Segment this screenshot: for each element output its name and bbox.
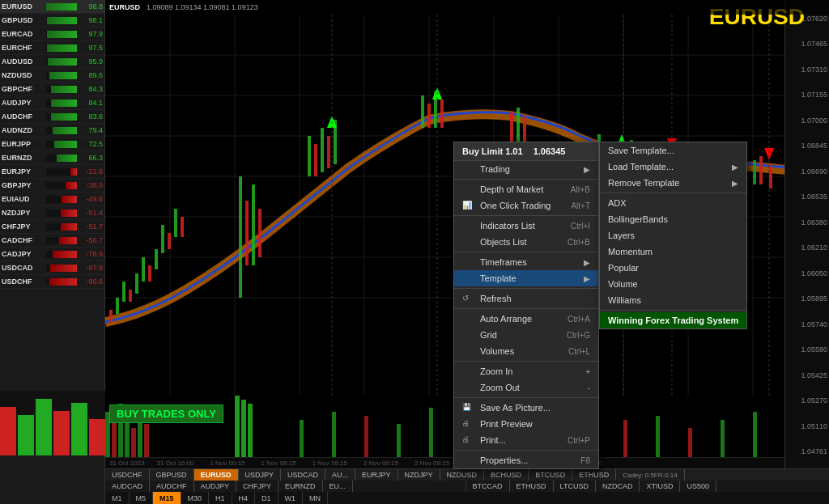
tf-m15[interactable]: M15 [153,492,181,504]
tab2-audchf[interactable]: AUDCHF [150,481,194,492]
pair-row-euiaud[interactable]: EUIAUD-49.6 [0,193,104,206]
menu-item-save-picture[interactable]: 💾 Save As Picture... [454,400,598,416]
zoom-out-icon [462,383,475,392]
pair-row-eurchf[interactable]: EURCHF97.5 [0,41,104,55]
submenu-arrow-icon: ▶ [584,258,590,267]
menu-item-indicators[interactable]: Indicators List Ctrl+I [454,218,598,234]
tab-gbpusd[interactable]: GBPUSD [150,469,194,481]
pair-row-nzdjpy[interactable]: NZDJPY-51.4 [0,206,104,220]
pair-row-audjpy[interactable]: AUDJPY84.1 [0,96,104,110]
pair-row-eurcad[interactable]: EURCAD97.9 [0,28,104,41]
menu-item-auto-arrange[interactable]: Auto Arrange Ctrl+A [454,311,598,327]
tab-usdcad[interactable]: USDCAD [281,469,325,481]
pair-name: USDCHF [2,277,46,286]
tab-au[interactable]: AU... [325,469,355,481]
submenu-williams[interactable]: Williams [600,292,746,308]
pair-row-eurusd[interactable]: EURUSD98.8 [0,0,104,14]
tab-bchusd[interactable]: BCHUSD [484,469,529,481]
menu-item-print[interactable]: 🖨 Print... Ctrl+P [454,432,598,448]
submenu-load-template[interactable]: Load Template... ▶ [600,159,746,175]
pair-row-gbpusd[interactable]: GBPUSD98.1 [0,14,104,28]
tab-nzdusd[interactable]: NZDUSD [440,469,485,481]
submenu-adx[interactable]: ADX [600,195,746,211]
submenu-volume[interactable]: Volume [600,276,746,292]
tab-eurusd[interactable]: EURUSD [194,469,239,481]
pair-bar [47,31,77,38]
pair-bar-container [46,44,77,52]
tab2-ltcusd[interactable]: LTCUSD [554,481,596,492]
tf-mn[interactable]: MN [303,492,328,504]
submenu-momentum[interactable]: Momentum [600,244,746,260]
pair-name: USDCAD [2,264,46,272]
tf-m1[interactable]: M1 [105,492,130,504]
menu-item-grid[interactable]: Grid Ctrl+G [454,327,598,343]
submenu-bollinger[interactable]: BollingerBands [600,211,746,227]
pair-name: AUDNZD [2,126,46,134]
menu-item-depth[interactable]: Depth of Market Alt+B [454,181,598,197]
pair-row-cadjpy[interactable]: CADJPY-78.9 [0,248,104,261]
menu-item-zoom-in[interactable]: Zoom In + [454,363,598,379]
submenu-item-label: BollingerBands [608,214,668,224]
datetime-label: 2 Nov 08:15 [406,460,457,467]
pair-row-eurjpy[interactable]: EURJPY-21.6 [0,165,104,179]
pair-row-gbpjpy[interactable]: GBPJPY-38.0 [0,179,104,193]
submenu-layers[interactable]: Layers [600,227,746,244]
tab-ethusd[interactable]: ETHUSD [572,469,616,481]
tab2-audcad[interactable]: AUDCAD [105,481,150,492]
tab2-chfjpy[interactable]: CHFJPY [236,481,278,492]
menu-item-objects[interactable]: Objects List Ctrl+B [454,234,598,250]
tab-nzdjpy[interactable]: NZDJPY [398,469,440,481]
tf-h1[interactable]: H1 [209,492,232,504]
tab-eurjpy[interactable]: EURJPY [355,469,398,481]
tab2-ethusd[interactable]: ETHUSD [510,481,554,492]
price-label: 1.07310 [787,66,827,74]
pair-row-eurnzd[interactable]: EURNZD66.3 [0,151,104,165]
price-label: 1.07465 [787,40,827,48]
pair-row-eurjpp[interactable]: EURJPP72.5 [0,138,104,151]
submenu-popular[interactable]: Popular [600,260,746,276]
pair-row-chfjpy[interactable]: CHFJPY-51.7 [0,220,104,234]
menu-item-volumes[interactable]: Volumes Ctrl+L [454,343,598,359]
menu-item-oneclick[interactable]: 📊 One Click Trading Alt+T [454,197,598,214]
pair-row-gbpchf[interactable]: GBPCHF84.3 [0,83,104,96]
pair-row-cadchf[interactable]: CADCHF-56.7 [0,234,104,248]
tab2-audjpy[interactable]: AUDJPY [194,481,237,492]
tf-w1[interactable]: W1 [278,492,304,504]
tf-h4[interactable]: H4 [232,492,256,504]
tab2-eu[interactable]: EU... [323,481,353,492]
menu-item-refresh[interactable]: ↺ Refresh [454,290,598,307]
tab-usdjpy[interactable]: USDJPY [239,469,282,481]
menu-item-template[interactable]: Template ▶ [454,270,598,286]
menu-item-properties[interactable]: Properties... F8 [454,452,598,468]
tab2-us500[interactable]: US500 [680,481,716,492]
pair-row-audnzd[interactable]: AUDNZD79.4 [0,124,104,138]
submenu-winning-forex[interactable]: Winning Forex Trading System [600,312,746,328]
svg-rect-2 [36,399,52,455]
menu-item-trading[interactable]: Trading ▶ [454,161,598,177]
tf-d1[interactable]: D1 [255,492,278,504]
tf-m30[interactable]: M30 [181,492,210,504]
tab-1[interactable]: Cadey: 0.5FR-0.14 [616,469,685,481]
pair-row-usdchf[interactable]: USDCHF-90.6 [0,275,104,289]
pair-row-audusd[interactable]: AUDUSD95.9 [0,55,104,69]
pair-row-nzdusd[interactable]: NZDUSD89.6 [0,69,104,83]
tab2-btccad[interactable]: BTCCAD [466,481,510,492]
menu-item-zoom-out[interactable]: Zoom Out - [454,379,598,396]
menu-item-timeframes[interactable]: Timeframes ▶ [454,254,598,270]
tf-m5[interactable]: M5 [130,492,154,504]
tab-btcusd[interactable]: BTCUSD [529,469,572,481]
submenu-save-template[interactable]: Save Template... [600,142,746,159]
tab2-nzdcad[interactable]: NZDCAD [596,481,640,492]
svg-rect-42 [321,128,324,172]
tab2-eurnzd[interactable]: EURNZD [278,481,323,492]
svg-rect-41 [314,144,317,176]
shortcut-label: Ctrl+G [567,331,590,340]
tab-usdchf[interactable]: USDCHF [105,469,150,481]
submenu-remove-template[interactable]: Remove Template ▶ [600,175,746,191]
pair-row-usdcad[interactable]: USDCAD-87.9 [0,261,104,275]
svg-rect-61 [759,156,763,184]
pair-row-audchf[interactable]: AUDCHF83.6 [0,110,104,124]
tab2-xtiusd[interactable]: XTIUSD [640,481,680,492]
menu-item-print-preview[interactable]: 🖨 Print Preview [454,416,598,432]
menu-separator [454,288,598,289]
